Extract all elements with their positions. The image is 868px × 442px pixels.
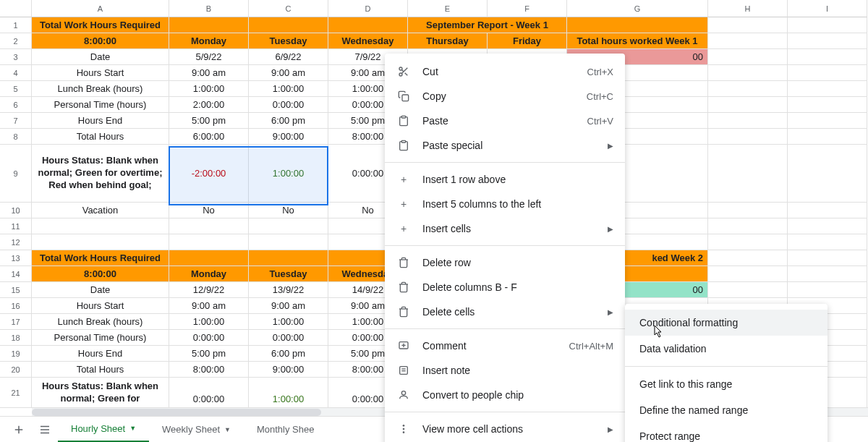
- menu-copy[interactable]: Copy Ctrl+C: [385, 84, 625, 109]
- cell-b19[interactable]: 5:00 pm: [169, 346, 249, 362]
- cell-b18[interactable]: 0:00:00: [169, 330, 249, 346]
- row-header-9[interactable]: 9: [0, 145, 32, 203]
- cell-h13[interactable]: [708, 250, 788, 266]
- row-header-5[interactable]: 5: [0, 81, 32, 97]
- menu-paste[interactable]: Paste Ctrl+V: [385, 109, 625, 133]
- menu-insert-note[interactable]: Insert note: [385, 358, 625, 383]
- cell-b8[interactable]: 6:00:00: [169, 129, 249, 145]
- row-header-18[interactable]: 18: [0, 330, 32, 346]
- col-header-g[interactable]: G: [567, 0, 708, 17]
- cell-c16[interactable]: 9:00 am: [249, 298, 328, 314]
- col-header-f[interactable]: F: [488, 0, 567, 17]
- cell-i10[interactable]: [788, 203, 867, 218]
- cell-b14[interactable]: Monday: [169, 266, 249, 282]
- cell-a16[interactable]: Hours Start: [32, 298, 169, 314]
- cell-b15[interactable]: 12/9/22: [169, 282, 249, 298]
- cell-h2[interactable]: [708, 33, 788, 49]
- sheet-tab-monthly[interactable]: Monthly Shee: [244, 417, 328, 443]
- cell-c21[interactable]: 1:00:00: [249, 378, 328, 408]
- menu-delete-row[interactable]: Delete row: [385, 250, 625, 275]
- cell-a7[interactable]: Hours End: [32, 113, 169, 129]
- col-header-h[interactable]: H: [708, 0, 788, 17]
- cell-e2[interactable]: Thursday: [408, 33, 488, 49]
- cell-a19[interactable]: Hours End: [32, 346, 169, 362]
- cell-b12[interactable]: [169, 234, 249, 250]
- cell-c12[interactable]: [249, 234, 328, 250]
- cell-i11[interactable]: [788, 218, 867, 234]
- cell-c18[interactable]: 0:00:00: [249, 330, 328, 346]
- row-header-17[interactable]: 17: [0, 314, 32, 330]
- cell-e1[interactable]: September Report - Week 1: [408, 17, 567, 33]
- submenu-data-validation[interactable]: Data validation: [625, 336, 827, 362]
- cell-i9[interactable]: [788, 145, 867, 203]
- cell-h8[interactable]: [708, 129, 788, 145]
- cell-c17[interactable]: 1:00:00: [249, 314, 328, 330]
- col-header-i[interactable]: I: [788, 0, 867, 17]
- scrollbar-thumb[interactable]: [32, 409, 321, 416]
- cell-h10[interactable]: [708, 203, 788, 218]
- cell-c8[interactable]: 9:00:00: [249, 129, 328, 145]
- row-header-7[interactable]: 7: [0, 113, 32, 129]
- cell-h1[interactable]: [708, 17, 788, 33]
- cell-h11[interactable]: [708, 218, 788, 234]
- cell-d1[interactable]: [328, 17, 408, 33]
- cell-i7[interactable]: [788, 113, 867, 129]
- col-header-b[interactable]: B: [169, 0, 249, 17]
- menu-insert-row[interactable]: + Insert 1 row above: [385, 167, 625, 192]
- row-header-12[interactable]: 12: [0, 234, 32, 250]
- cell-a17[interactable]: Lunch Break (hours): [32, 314, 169, 330]
- cell-h5[interactable]: [708, 81, 788, 97]
- cell-a3[interactable]: Date: [32, 49, 169, 65]
- cell-a18[interactable]: Personal Time (hours): [32, 330, 169, 346]
- cell-i13[interactable]: [788, 250, 867, 266]
- cell-a20[interactable]: Total Hours: [32, 362, 169, 378]
- cell-i1[interactable]: [788, 17, 867, 33]
- cell-a21[interactable]: Hours Status: Blank when normal; Green f…: [32, 378, 169, 408]
- menu-insert-cells[interactable]: + Insert cells ▶: [385, 216, 625, 241]
- row-header-14[interactable]: 14: [0, 266, 32, 282]
- cell-b17[interactable]: 1:00:00: [169, 314, 249, 330]
- cell-f2[interactable]: Friday: [488, 33, 567, 49]
- row-header-1[interactable]: 1: [0, 17, 32, 33]
- menu-insert-cols[interactable]: + Insert 5 columns to the left: [385, 192, 625, 216]
- cell-h15[interactable]: [708, 282, 788, 298]
- cell-b16[interactable]: 9:00 am: [169, 298, 249, 314]
- cell-c13[interactable]: [249, 250, 328, 266]
- cell-c5[interactable]: 1:00:00: [249, 81, 328, 97]
- cell-c14[interactable]: Tuesday: [249, 266, 328, 282]
- cell-b6[interactable]: 2:00:00: [169, 97, 249, 113]
- row-header-20[interactable]: 20: [0, 362, 32, 378]
- add-sheet-button[interactable]: [6, 417, 32, 443]
- cell-h7[interactable]: [708, 113, 788, 129]
- menu-people-chip[interactable]: Convert to people chip: [385, 383, 625, 407]
- cell-b4[interactable]: 9:00 am: [169, 65, 249, 81]
- cell-d2[interactable]: Wednesday: [328, 33, 408, 49]
- sheet-tab-hourly[interactable]: Hourly Sheet ▼: [58, 417, 149, 443]
- cell-b3[interactable]: 5/9/22: [169, 49, 249, 65]
- submenu-conditional-formatting[interactable]: Conditional formatting: [625, 310, 827, 336]
- submenu-protect-range[interactable]: Protect range: [625, 423, 827, 442]
- cell-a11[interactable]: [32, 218, 169, 234]
- cell-c1[interactable]: [249, 17, 328, 33]
- cell-b10[interactable]: No: [169, 203, 249, 218]
- cell-h3[interactable]: [708, 49, 788, 65]
- submenu-get-link[interactable]: Get link to this range: [625, 371, 827, 397]
- cell-i4[interactable]: [788, 65, 867, 81]
- row-header-10[interactable]: 10: [0, 203, 32, 218]
- cell-b2[interactable]: Monday: [169, 33, 249, 49]
- cell-c20[interactable]: 9:00:00: [249, 362, 328, 378]
- cell-b1[interactable]: [169, 17, 249, 33]
- cell-b13[interactable]: [169, 250, 249, 266]
- cell-a13[interactable]: Total Work Hours Required: [32, 250, 169, 266]
- row-header-16[interactable]: 16: [0, 298, 32, 314]
- cell-c15[interactable]: 13/9/22: [249, 282, 328, 298]
- cell-i5[interactable]: [788, 81, 867, 97]
- cell-c2[interactable]: Tuesday: [249, 33, 328, 49]
- cell-c7[interactable]: 6:00 pm: [249, 113, 328, 129]
- row-header-11[interactable]: 11: [0, 218, 32, 234]
- cell-c19[interactable]: 6:00 pm: [249, 346, 328, 362]
- cell-a8[interactable]: Total Hours: [32, 129, 169, 145]
- menu-paste-special[interactable]: Paste special ▶: [385, 133, 625, 158]
- cell-g1[interactable]: [567, 17, 708, 33]
- cell-a10[interactable]: Vacation: [32, 203, 169, 218]
